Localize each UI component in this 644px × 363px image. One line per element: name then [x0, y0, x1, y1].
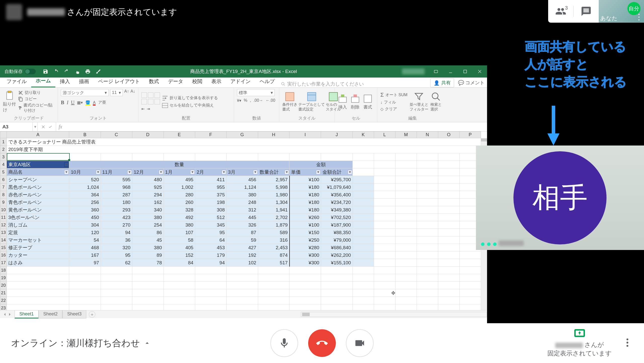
empty-cell[interactable]: [438, 297, 459, 304]
empty-cell[interactable]: [417, 289, 438, 297]
bold-button[interactable]: B: [61, 100, 64, 105]
data-cell[interactable]: 248: [226, 199, 258, 206]
qty-group-header[interactable]: 数量: [69, 161, 290, 168]
column-header[interactable]: G: [226, 132, 258, 138]
font-name-select[interactable]: 游ゴシック▾: [61, 89, 109, 96]
data-cell[interactable]: 345: [195, 221, 226, 229]
empty-cell[interactable]: [374, 304, 395, 310]
table-column-header[interactable]: 12月: [132, 168, 164, 176]
data-cell[interactable]: 254: [132, 221, 164, 229]
ribbon-tab[interactable]: 挿入: [55, 76, 74, 87]
amount-cell[interactable]: ¥356,400: [321, 191, 353, 199]
data-cell[interactable]: 36: [101, 236, 132, 244]
empty-cell[interactable]: [101, 267, 132, 274]
product-name-cell[interactable]: はさみ: [7, 259, 69, 267]
ribbon-tab[interactable]: ページ レイアウト: [94, 76, 144, 87]
empty-cell[interactable]: [226, 267, 258, 274]
empty-cell[interactable]: [417, 304, 438, 310]
add-sheet-button[interactable]: ＋: [89, 311, 95, 318]
empty-cell[interactable]: [195, 304, 226, 310]
name-box-dropdown[interactable]: ▾: [33, 122, 38, 131]
qty-sum-cell[interactable]: 1,941: [258, 206, 289, 214]
empty-cell[interactable]: [352, 274, 374, 282]
cancel-formula-icon[interactable]: [41, 125, 45, 129]
present-screen-button[interactable]: [574, 329, 585, 339]
product-name-cell[interactable]: 青色ボールペン: [7, 199, 69, 206]
qty-sum-cell[interactable]: 5,998: [258, 184, 289, 191]
empty-cell[interactable]: [459, 267, 481, 274]
amount-cell[interactable]: ¥1,079,640: [321, 184, 353, 191]
empty-cell[interactable]: [352, 304, 374, 310]
sort-filter-button[interactable]: 並べ替えと フィルター: [410, 92, 428, 112]
data-cell[interactable]: 312: [226, 206, 258, 214]
region-header-cell[interactable]: 東京A地区: [7, 161, 69, 168]
fill-color-button[interactable]: 🪣: [85, 100, 90, 105]
product-name-cell[interactable]: マーカーセット: [7, 236, 69, 244]
data-cell[interactable]: 468: [69, 244, 101, 251]
empty-cell[interactable]: [321, 304, 353, 310]
amount-cell[interactable]: ¥187,900: [321, 221, 353, 229]
empty-cell[interactable]: [69, 289, 101, 297]
amount-cell[interactable]: ¥702,520: [321, 214, 353, 221]
qty-sum-cell[interactable]: 1,879: [258, 221, 289, 229]
unit-price-cell[interactable]: ¥280: [290, 244, 321, 251]
data-cell[interactable]: 287: [101, 191, 132, 199]
data-cell[interactable]: 380: [164, 221, 195, 229]
paste-button[interactable]: 貼り付け: [3, 91, 16, 113]
table-column-header[interactable]: 3月: [226, 168, 258, 176]
meeting-title[interactable]: オンライン：瀬川様打ち合わせ: [11, 337, 151, 349]
data-cell[interactable]: 423: [101, 214, 132, 221]
amount-cell[interactable]: ¥155,100: [321, 259, 353, 267]
ribbon-tab[interactable]: データ: [164, 76, 188, 87]
data-cell[interactable]: 62: [101, 259, 132, 267]
empty-cell[interactable]: [352, 297, 374, 304]
ribbon-options-button[interactable]: [429, 65, 443, 78]
data-cell[interactable]: 86: [132, 229, 164, 236]
unit-price-cell[interactable]: ¥300: [290, 259, 321, 267]
empty-cell[interactable]: [374, 282, 395, 289]
guest-video-thumbnail[interactable]: 相手: [476, 146, 644, 250]
amount-cell[interactable]: ¥349,380: [321, 206, 353, 214]
italic-button[interactable]: I: [67, 100, 68, 105]
share-button[interactable]: 👤共有: [430, 78, 454, 87]
table-column-header[interactable]: 11月: [101, 168, 132, 176]
data-cell[interactable]: 162: [132, 199, 164, 206]
chevron-up-icon[interactable]: [143, 339, 151, 347]
data-cell[interactable]: 94: [101, 229, 132, 236]
unit-price-cell[interactable]: ¥100: [290, 221, 321, 229]
data-cell[interactable]: 380: [226, 191, 258, 199]
product-name-cell[interactable]: 定規: [7, 229, 69, 236]
data-cell[interactable]: 1,024: [69, 184, 101, 191]
data-cell[interactable]: 453: [195, 244, 226, 251]
empty-cell[interactable]: [395, 274, 417, 282]
unit-price-cell[interactable]: ¥300: [290, 251, 321, 259]
empty-cell[interactable]: [438, 304, 459, 310]
formula-input[interactable]: [62, 122, 487, 131]
data-cell[interactable]: 89: [132, 251, 164, 259]
empty-cell[interactable]: [258, 274, 289, 282]
quick-access-toolbar[interactable]: [43, 69, 101, 74]
data-cell[interactable]: 95: [195, 229, 226, 236]
data-cell[interactable]: 260: [164, 199, 195, 206]
sheet-tab[interactable]: Sheet3: [62, 310, 86, 318]
unit-price-cell[interactable]: ¥180: [290, 199, 321, 206]
qty-sum-cell[interactable]: 2,702: [258, 214, 289, 221]
qty-sum-cell[interactable]: 2,957: [258, 176, 289, 184]
empty-cell[interactable]: [7, 267, 69, 274]
table-column-header[interactable]: 商品名: [7, 168, 69, 176]
amt-group-header[interactable]: 金額: [290, 161, 353, 168]
qty-sum-cell[interactable]: 1,980: [258, 191, 289, 199]
data-cell[interactable]: 87: [226, 229, 258, 236]
product-name-cell[interactable]: 消しゴム: [7, 221, 69, 229]
empty-cell[interactable]: [7, 289, 69, 297]
empty-cell[interactable]: [395, 297, 417, 304]
data-cell[interactable]: 256: [69, 199, 101, 206]
empty-cell[interactable]: [164, 274, 195, 282]
empty-cell[interactable]: [459, 304, 481, 310]
empty-cell[interactable]: [459, 274, 481, 282]
data-cell[interactable]: 180: [101, 199, 132, 206]
print-icon[interactable]: [85, 69, 91, 74]
ribbon-tab[interactable]: 校閲: [188, 76, 207, 87]
empty-cell[interactable]: [290, 304, 321, 310]
empty-cell[interactable]: [438, 274, 459, 282]
